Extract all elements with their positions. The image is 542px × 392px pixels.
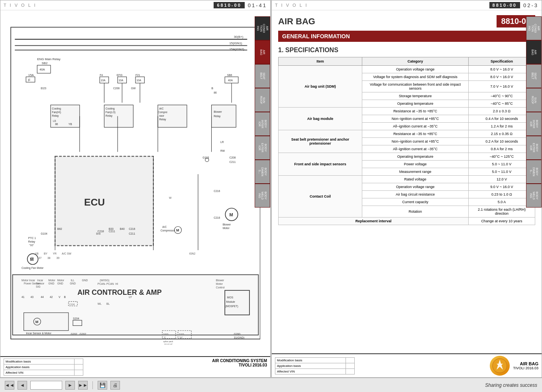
last-page-btn[interactable]: ►► [78,381,88,390]
spec-sens-meas: 5.0 ~ 11.0 V [468,168,535,176]
system-name: AIR CONDITIONING SYSTEM [212,359,267,363]
spec-cc-circuit-resist: 0.23 to 1.0 Ω [468,191,535,198]
svg-text:Blower: Blower [222,223,231,226]
svg-text:S204: S204 [73,317,79,320]
tab-sunroof-left[interactable]: SUNROOF [255,88,270,112]
cat-sb-all-ign: All−ignition current at −35°C [362,145,469,153]
item-impact-sensors: Front and side impact sensors [279,153,362,176]
tab-seat-belt-left[interactable]: SEATBELT [255,64,270,88]
svg-text:"3": "3" [163,336,166,339]
svg-text:YB: YB [35,252,38,255]
tab-body-ext-left[interactable]: BODYEXTERIOR [255,136,270,160]
svg-text:M: M [176,228,179,232]
svg-text:10A: 10A [136,79,141,82]
right-content: AIR BAG 8810-00 GENERAL INFORMATION 1. S… [272,10,542,353]
cat-comm-voltage: Voltage for communication between front … [362,81,469,92]
cat-op-temp: Operating temperature [362,100,469,108]
col-header-item: Item [279,57,362,66]
tab-body-ext-right[interactable]: BODYEXTERIOR [526,136,542,160]
tab-body-weld-left[interactable]: BODYWELDING [255,184,270,208]
left-page-code: 6810-00 [214,2,244,8]
svg-text:86: 86 [55,123,58,125]
svg-text:LY: LY [129,296,132,298]
left-footer-system: AIR CONDITIONING SYSTEM TIVOLI 2016.03 [212,359,267,367]
cat-cc-rated-v: Rated voltage [362,176,469,183]
tab-air-bag-left[interactable]: AIRBAG [255,40,270,64]
svg-text:10A: 10A [118,79,123,82]
spec-non-ign-85: 0.4 A for 10 seconds [468,115,535,123]
left-footer: Modification basis Application basis Aff… [0,356,270,377]
tivoli-ver-right: TIVOLI 2016.03 [513,366,538,370]
svg-text:G104: G104 [41,232,47,235]
spec-sens-op-temp: −40°C ~ 125°C [468,153,535,161]
left-brand: T I V O L I [4,3,37,8]
svg-text:Relay: Relay [105,114,112,118]
spec-replacement: Change at every 10 years [468,218,535,225]
cat-non-ign-85: Non−ignition current at +85°C [362,115,469,123]
left-side-tabs: AIRCONDITIONING AIRBAG SEATBELT SUNROOF … [255,16,270,208]
airbag-header: AIR BAG 8810-00 [278,15,535,27]
svg-text:C216: C216 [214,190,220,192]
prev-page-btn[interactable]: ◄ [18,381,27,390]
svg-text:30(B+): 30(B+) [234,35,243,39]
first-page-btn[interactable]: ◄◄ [5,381,14,390]
svg-text:SIG: SIG [35,285,40,288]
svg-text:(W/ISG): (W/ISG) [100,279,109,282]
tab-body-dim-left[interactable]: BODYDIMENS... [255,160,270,184]
svg-text:GND: GND [70,282,76,285]
section-title: GENERAL INFORMATION [282,33,350,39]
tab-body-weld-right[interactable]: BODYWELDING [526,184,542,208]
section-header: GENERAL INFORMATION [278,31,535,42]
left-footer-app-basis: Application basis [4,365,75,370]
svg-text:Motor: Motor [57,279,64,282]
right-page-header: T I V O L I 8810-00 02-3 [272,0,542,10]
tab-body-int-right[interactable]: BODYINTERIOR [526,112,542,136]
cat-sens-power: Power voltage [362,161,469,168]
airbag-title: AIR BAG [278,16,315,27]
next-page-btn[interactable]: ► [65,381,75,390]
tab-body-int-left[interactable]: BODYINTERIOR [255,112,270,136]
tab-body-dim-right[interactable]: BODYDIMENS... [526,160,542,184]
tivoli-ver-left: TIVOLI 2016.03 [212,363,267,367]
wiring-diagram-svg: 30(B+) 15(IGN1) 15A(IGN2) ENG Main Relay… [10,22,261,344]
svg-text:Blower: Blower [214,110,222,113]
right-page-num: 02-3 [523,2,538,8]
tab-air-conditioning[interactable]: AIRCONDITIONING [255,16,270,40]
print-btn[interactable]: 🖨 [110,381,120,390]
item-airbag-module: Air bag module [279,108,362,130]
svg-text:Relay: Relay [28,240,35,243]
table-row: Contact Coil Rated voltage 12.0 V [279,176,535,183]
right-footer-app-basis: Application basis [275,363,346,368]
diagram-wrapper: 30(B+) 15(IGN1) 15A(IGN2) ENG Main Relay… [10,22,261,344]
cat-op-voltage: Operation voltage range [362,66,469,73]
item-sdm: Air bag unit (SDM) [279,66,362,108]
svg-text:BY: BY [44,252,47,255]
specs-title: 1. SPECIFICATIONS [278,47,535,54]
tab-seat-belt-right[interactable]: SEATBELT [526,64,542,88]
tab-air-bag-right[interactable]: AIRBAG [526,40,542,64]
svg-text:EI23: EI23 [41,87,46,90]
svg-text:GND: GND [57,282,63,285]
svg-text:C211: C211 [129,232,135,235]
tab-air-conditioning-right[interactable]: AIRCONDITIONING [526,16,542,40]
right-footer: Modification basis Application basis Aff… [272,353,542,377]
left-footer-aff-vin: Affected VIN [4,370,75,376]
svg-text:"66": "66" [29,244,34,247]
table-row: Replacement interval Change at every 10 … [279,218,535,225]
svg-text:HI: HI [115,283,118,286]
tab-sunroof-right[interactable]: SUNROOF [526,88,542,112]
page-input[interactable]: 39 / 1202 [30,381,62,390]
svg-text:V: V [59,296,61,298]
save-btn[interactable]: 💾 [98,381,107,390]
cat-storage-temp: Storage temperature [362,92,469,100]
svg-text:Motor: Motor [222,227,230,229]
svg-text:IGN2: IGN2 [189,252,195,255]
table-row: Air bag unit (SDM) Operation voltage ran… [279,66,535,73]
svg-text:C208: C208 [113,87,119,90]
left-page-header: T I V O L I 6810-00 01-41 [0,0,270,10]
col-header-spec: Specification [468,57,535,66]
svg-text:GND: GND [48,282,54,285]
svg-text:(MOSFET): (MOSFET) [225,305,238,308]
svg-text:C216: C216 [129,228,135,231]
svg-text:BL: BL [106,302,110,305]
